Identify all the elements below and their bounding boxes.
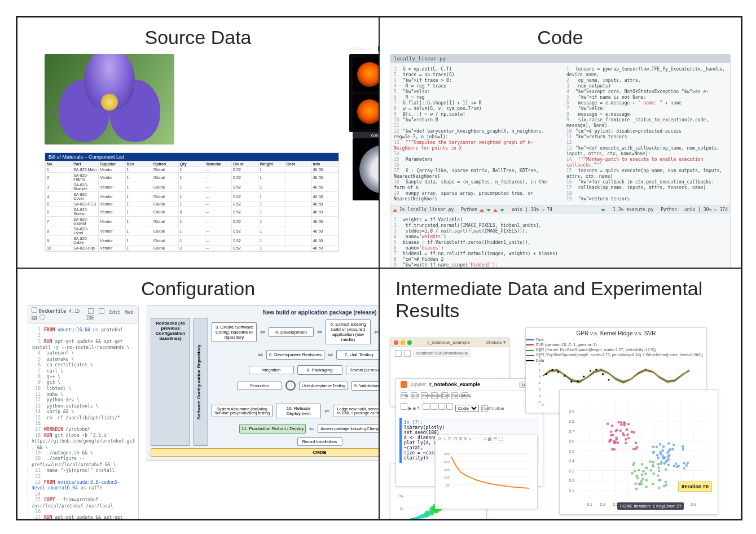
svg-point-318 xyxy=(611,448,614,451)
svg-point-343 xyxy=(687,462,689,465)
dockerfile-viewer: Dockerfile 4.15 KB Edit Web IDE 1FROM ub… xyxy=(28,305,139,519)
jupyter-toolbar[interactable]: ▶ ■ ↻ Code CellToolbar R○ xyxy=(396,401,543,414)
svg-point-373 xyxy=(663,462,666,465)
svg-text:-3: -3 xyxy=(538,394,541,397)
svg-point-327 xyxy=(610,439,613,442)
tb-toolbar[interactable]: ⟳ ⤓ ⊞ ⊟ ⊞ ⊞ × ⋯ ··· ≡ ▦ ☰ ⬚ xyxy=(436,435,537,443)
svg-point-37 xyxy=(410,519,411,519)
quadrant-title: Code xyxy=(390,27,731,49)
svg-text:0.9: 0.9 xyxy=(691,502,696,506)
svg-point-337 xyxy=(623,421,626,424)
tensorboard-card: ⟳ ⤓ ⊞ ⊟ ⊞ ⊞ × ⋯ ··· ≡ ▦ ☰ ⬚ 501001502002… xyxy=(435,435,538,509)
copy-icon[interactable] xyxy=(39,314,45,320)
svg-point-21 xyxy=(411,519,412,519)
wf-step-5: 5. Extract existing build or procured ap… xyxy=(326,319,371,344)
svg-text:50: 50 xyxy=(446,484,450,487)
svg-point-392 xyxy=(642,470,645,473)
jupyter-logo-icon xyxy=(401,381,407,388)
svg-point-154 xyxy=(410,519,412,519)
cut-icon xyxy=(423,403,429,410)
svg-point-372 xyxy=(673,444,675,447)
svg-point-216 xyxy=(409,519,411,519)
quadrant-intermediate: Intermediate Data and Experimental Resul… xyxy=(379,268,741,519)
svg-point-329 xyxy=(613,441,616,444)
bom-table: Bill of Materials – Component List No.Pa… xyxy=(45,152,339,252)
svg-text:0.2: 0.2 xyxy=(569,479,574,483)
svg-point-399 xyxy=(652,472,655,475)
iteration-scatter: 0.10.20.30.40.50.60.70.80.90.10.20.30.40… xyxy=(559,389,718,515)
max-dot-icon[interactable] xyxy=(407,340,412,345)
quadrant-configuration: Configuration Dockerfile 4.15 KB Edit We… xyxy=(17,268,379,519)
svg-point-398 xyxy=(635,488,638,491)
svg-point-161 xyxy=(410,519,411,519)
nav-fwd-icon[interactable] xyxy=(404,350,411,357)
svg-point-406 xyxy=(632,462,635,465)
svg-point-338 xyxy=(614,430,617,432)
iris-photo xyxy=(45,54,174,145)
svg-point-330 xyxy=(616,438,618,441)
svg-point-404 xyxy=(638,469,640,472)
edit-link[interactable]: Edit xyxy=(109,310,120,315)
svg-text:0.9: 0.9 xyxy=(569,410,574,414)
copy-raw-icon[interactable] xyxy=(88,308,94,314)
svg-text:1: 1 xyxy=(539,369,541,372)
svg-point-381 xyxy=(641,474,644,476)
svg-text:5k: 5k xyxy=(400,507,404,510)
svg-point-370 xyxy=(682,448,685,451)
svg-point-412 xyxy=(649,461,652,463)
svg-point-411 xyxy=(665,469,667,471)
svg-point-120 xyxy=(410,519,412,519)
svg-point-365 xyxy=(662,457,665,460)
svg-point-413 xyxy=(645,486,648,489)
quadrant-title: Source Data xyxy=(28,27,368,49)
svg-point-205 xyxy=(411,519,412,519)
svg-point-339 xyxy=(625,438,627,441)
tab-left[interactable]: 1% locally_linear.py Python unix | 30% ☐… xyxy=(393,207,552,213)
svg-point-191 xyxy=(429,507,432,510)
svg-point-347 xyxy=(673,465,676,467)
jupyter-menubar[interactable]: FileEditViewInsertCellKernelHelp xyxy=(396,391,543,401)
svg-text:10k: 10k xyxy=(398,494,404,498)
min-dot-icon[interactable] xyxy=(401,340,405,345)
svg-point-319 xyxy=(617,421,620,424)
nav-back-icon[interactable] xyxy=(395,350,402,357)
svg-point-212 xyxy=(409,519,411,519)
svg-point-418 xyxy=(657,474,660,477)
svg-point-335 xyxy=(635,441,638,444)
rollbacks-block: Rollbacks (To previous Configuration bas… xyxy=(151,318,190,446)
wf-step-7: 7. Unit Testing xyxy=(336,350,379,360)
svg-point-388 xyxy=(640,480,643,483)
svg-point-74 xyxy=(412,519,414,519)
svg-point-390 xyxy=(644,472,647,475)
quadrant-code: Code locally_linear.py 1G = np.dot(C, C.… xyxy=(379,17,741,268)
svg-point-248 xyxy=(602,373,604,375)
svg-point-138 xyxy=(410,519,412,519)
svg-point-243 xyxy=(570,381,572,383)
close-dot-icon[interactable] xyxy=(394,340,398,345)
triangle-up-icon xyxy=(480,209,484,212)
svg-point-192 xyxy=(410,519,412,519)
svg-point-249 xyxy=(608,379,609,380)
tsne-tooltip: T-SNE iteration: 1 KeyError: 27 xyxy=(617,502,684,510)
svg-text:0: 0 xyxy=(539,375,541,378)
svg-point-341 xyxy=(666,452,669,454)
svg-point-396 xyxy=(641,478,644,480)
svg-point-188 xyxy=(411,519,412,519)
svg-point-364 xyxy=(656,454,659,457)
svg-text:-2: -2 xyxy=(538,388,541,391)
svg-point-311 xyxy=(635,448,638,450)
cell-type-select[interactable]: Code xyxy=(455,405,479,412)
svg-point-416 xyxy=(649,469,652,472)
download-icon[interactable] xyxy=(99,308,104,314)
address-bar[interactable]: localhost:8889/notebooks/ xyxy=(413,349,471,357)
tab-right[interactable]: 1.3% execute.py Python unix | 30% ☐ 374 xyxy=(601,207,728,213)
svg-point-246 xyxy=(590,370,591,372)
svg-text:0.1: 0.1 xyxy=(569,489,574,493)
svg-point-356 xyxy=(657,463,660,466)
svg-point-227 xyxy=(419,516,421,518)
svg-point-71 xyxy=(410,519,411,519)
svg-point-209 xyxy=(410,519,412,519)
svg-point-368 xyxy=(685,465,688,467)
svg-text:100: 100 xyxy=(444,476,450,479)
svg-text:-4: -4 xyxy=(538,400,541,404)
